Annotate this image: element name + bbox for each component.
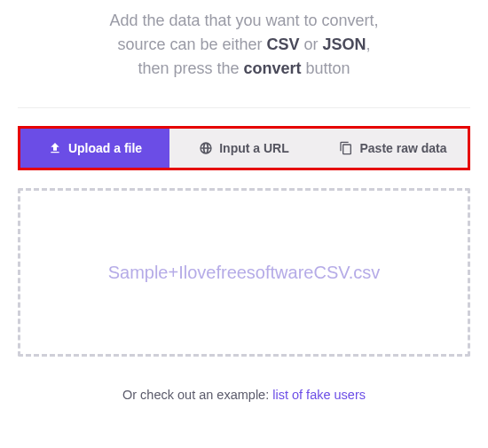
instruction-json: JSON bbox=[323, 35, 366, 53]
globe-icon bbox=[199, 141, 213, 155]
tab-paste-label: Paste raw data bbox=[359, 141, 446, 155]
example-prompt: Or check out an example: list of fake us… bbox=[18, 388, 470, 402]
example-pre: Or check out an example: bbox=[122, 388, 272, 402]
instruction-line3-pre: then press the bbox=[138, 59, 243, 77]
instruction-line2-pre: source can be either bbox=[117, 35, 266, 53]
instruction-line1: Add the data that you want to convert, bbox=[109, 12, 378, 29]
divider bbox=[18, 107, 470, 108]
tab-url-label: Input a URL bbox=[219, 141, 289, 155]
tab-input-url[interactable]: Input a URL bbox=[169, 129, 319, 168]
tab-upload-label: Upload a file bbox=[68, 141, 142, 155]
dropzone-filename: Sample+IlovefreesoftwareCSV.csv bbox=[108, 263, 381, 283]
instruction-line3-post: button bbox=[302, 59, 350, 77]
instruction-line2-mid: or bbox=[300, 35, 323, 53]
paste-icon bbox=[339, 141, 353, 155]
example-link[interactable]: list of fake users bbox=[272, 388, 366, 402]
instruction-csv: CSV bbox=[267, 35, 300, 53]
tab-paste-raw[interactable]: Paste raw data bbox=[319, 129, 468, 168]
instruction-convert: convert bbox=[244, 59, 302, 77]
upload-icon bbox=[48, 141, 62, 155]
input-mode-tabs: Upload a file Input a URL Paste raw data bbox=[18, 126, 470, 170]
file-dropzone[interactable]: Sample+IlovefreesoftwareCSV.csv bbox=[18, 188, 470, 357]
tab-upload-file[interactable]: Upload a file bbox=[20, 129, 169, 168]
instruction-text: Add the data that you want to convert, s… bbox=[18, 9, 470, 81]
instruction-line2-post: , bbox=[366, 35, 371, 53]
